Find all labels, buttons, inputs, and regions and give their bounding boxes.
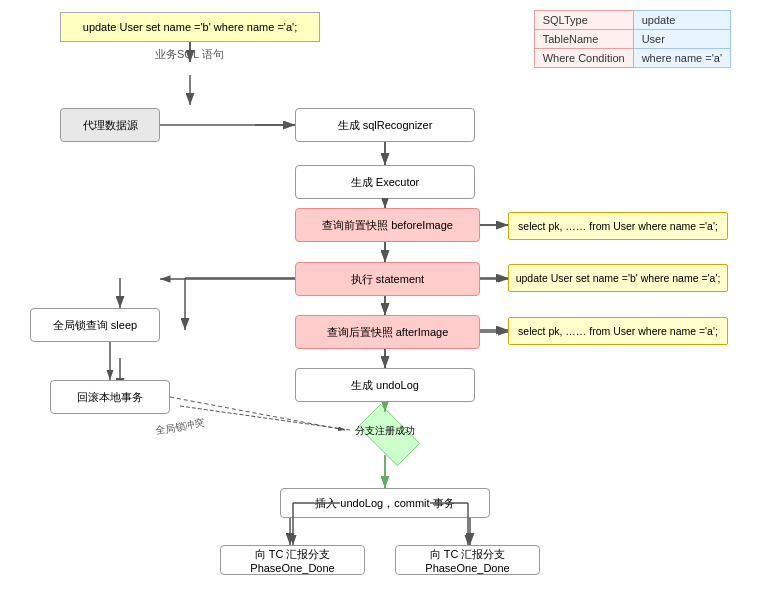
report-tc-left-box: 向 TC 汇报分支 PhaseOne_Done (220, 545, 365, 575)
global-lock-box: 全局锁查询 sleep (30, 308, 160, 342)
condition-value: where name ='a' (633, 49, 730, 68)
sql-statement-text: update User set name ='b' where name ='a… (83, 21, 297, 33)
info-table: SQLType update TableName User Where Cond… (534, 10, 731, 68)
query-before-label: 查询前置快照 beforeImage (322, 218, 453, 233)
condition-label: Where Condition (534, 49, 633, 68)
tablename-value: User (633, 30, 730, 49)
generate-recognizer-box: 生成 sqlRecognizer (295, 108, 475, 142)
before-image-sql-text: select pk, …… from User where name ='a'; (518, 220, 718, 232)
proxy-datasource-box: 代理数据源 (60, 108, 160, 142)
global-lock-conflict-label: 全局锁冲突 (154, 416, 206, 438)
rollback-local-box: 回滚本地事务 (50, 380, 170, 414)
flow-arrows (0, 0, 761, 612)
branch-register-label: 分支注册成功 (345, 408, 425, 454)
sql-label: 业务SQL 语句 (155, 47, 224, 62)
generate-undolog-label: 生成 undoLog (351, 378, 419, 393)
global-lock-label: 全局锁查询 sleep (53, 318, 137, 333)
sql-statement-box: update User set name ='b' where name ='a… (60, 12, 320, 42)
execute-statement-label: 执行 statement (351, 272, 424, 287)
query-before-box: 查询前置快照 beforeImage (295, 208, 480, 242)
report-tc-right-box: 向 TC 汇报分支 PhaseOne_Done (395, 545, 540, 575)
arrows-svg (0, 0, 761, 612)
execute-sql-box: update User set name ='b' where name ='a… (508, 264, 728, 292)
rollback-local-label: 回滚本地事务 (77, 390, 143, 405)
insert-commit-box: 插入 undoLog，commit 事务 (280, 488, 490, 518)
branch-register-diamond-container: 分支注册成功 (345, 408, 425, 454)
report-tc-left-label: 向 TC 汇报分支 PhaseOne_Done (221, 547, 364, 574)
report-tc-right-label: 向 TC 汇报分支 PhaseOne_Done (396, 547, 539, 574)
execute-sql-text: update User set name ='b' where name ='a… (516, 272, 721, 284)
generate-executor-box: 生成 Executor (295, 165, 475, 199)
before-image-sql-box: select pk, …… from User where name ='a'; (508, 212, 728, 240)
query-after-box: 查询后置快照 afterImage (295, 315, 480, 349)
generate-recognizer-label: 生成 sqlRecognizer (338, 118, 433, 133)
after-image-sql-text: select pk, …… from User where name ='a'; (518, 325, 718, 337)
tablename-label: TableName (534, 30, 633, 49)
proxy-datasource-label: 代理数据源 (83, 118, 138, 133)
query-after-label: 查询后置快照 afterImage (327, 325, 449, 340)
after-image-sql-box: select pk, …… from User where name ='a'; (508, 317, 728, 345)
sqltype-label: SQLType (534, 11, 633, 30)
sqltype-value: update (633, 11, 730, 30)
execute-statement-box: 执行 statement (295, 262, 480, 296)
generate-executor-label: 生成 Executor (351, 175, 419, 190)
insert-commit-label: 插入 undoLog，commit 事务 (315, 496, 454, 511)
generate-undolog-box: 生成 undoLog (295, 368, 475, 402)
diagram: update User set name ='b' where name ='a… (0, 0, 761, 612)
svg-line-22 (180, 406, 350, 430)
